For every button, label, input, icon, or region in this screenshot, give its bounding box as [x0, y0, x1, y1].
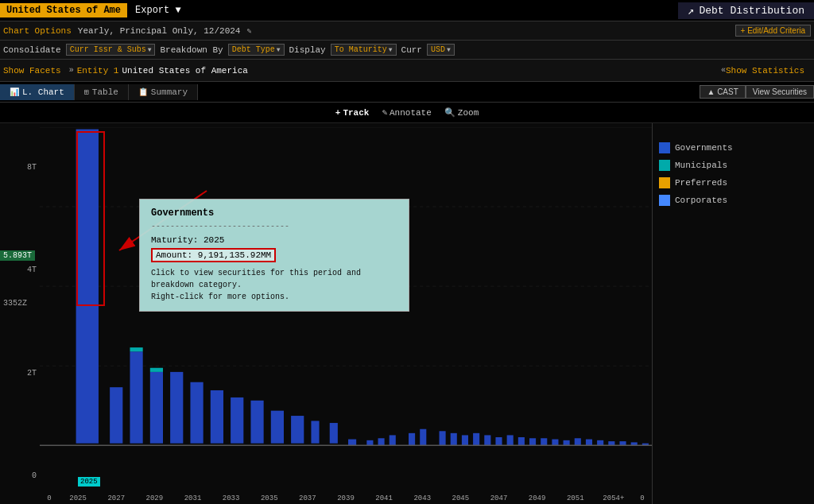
svg-rect-42 — [130, 347, 142, 351]
x-label-2033: 2033 — [212, 494, 250, 502]
edit-icon[interactable]: ✎ — [246, 26, 251, 36]
tooltip-maturity: Maturity: 2025 — [151, 235, 397, 245]
svg-rect-9 — [190, 382, 203, 444]
svg-rect-16 — [330, 423, 338, 444]
legend-item: Governments — [659, 142, 808, 153]
bar-year-label: 2025 — [78, 477, 100, 487]
edit-add-criteria-button[interactable]: + Edit/Add Criteria — [735, 25, 811, 37]
y-label-8t: 8T — [0, 163, 40, 172]
tooltip-dashes: ----------------------------- — [151, 222, 397, 231]
svg-rect-33 — [552, 440, 558, 446]
summary-tab-icon: 📋 — [138, 87, 148, 97]
x-label-end: 0 — [633, 494, 652, 502]
chart-container: 5.893T 3352Z 8T 4T 2T 0 — [0, 123, 814, 504]
country-title[interactable]: United States of Ame — [0, 3, 127, 17]
legend-color-swatch — [659, 177, 670, 188]
annotate-button[interactable]: ✎ Annotate — [382, 107, 431, 118]
svg-rect-30 — [518, 437, 525, 445]
svg-rect-26 — [473, 433, 479, 445]
y-label-0: 0 — [0, 471, 40, 480]
legend-color-swatch — [659, 195, 670, 206]
svg-rect-12 — [250, 401, 263, 444]
svg-rect-19 — [378, 438, 385, 445]
svg-rect-35 — [575, 438, 581, 445]
legend-color-swatch — [659, 142, 670, 153]
svg-rect-20 — [390, 435, 396, 445]
legend-container: GovernmentsMunicipalsPreferredsCorporate… — [659, 142, 808, 206]
to-maturity-dropdown[interactable]: To Maturity ▼ — [331, 44, 397, 56]
tab-table[interactable]: ⊞ Table — [75, 84, 129, 100]
display-label: Display — [289, 45, 326, 55]
debt-distribution-title: ↗ Debt Distribution — [678, 2, 814, 19]
y-label-4t: 4T — [0, 266, 40, 274]
svg-rect-28 — [495, 437, 502, 445]
bar-2025-govt — [76, 130, 99, 444]
x-label-2027: 2027 — [97, 494, 135, 502]
svg-rect-7 — [150, 372, 163, 444]
tooltip-click-text: Click to view securities for this period… — [151, 267, 397, 303]
second-bar: Chart Options Yearly, Principal Only, 12… — [0, 21, 814, 41]
svg-rect-25 — [462, 435, 468, 445]
tooltip-title: Governments — [151, 207, 397, 219]
svg-rect-10 — [211, 390, 223, 444]
zoom-button[interactable]: 🔍 Zoom — [444, 107, 479, 118]
svg-rect-8 — [170, 372, 183, 444]
debt-type-dropdown[interactable]: Debt Type ▼ — [228, 44, 285, 56]
breakdown-by-label: Breakdown By — [160, 45, 223, 55]
svg-rect-32 — [541, 438, 547, 445]
svg-rect-14 — [291, 416, 304, 444]
curr-issr-dropdown[interactable]: Curr Issr & Subs ▼ — [66, 44, 156, 56]
x-label-2035: 2035 — [250, 494, 289, 502]
track-button[interactable]: + Track — [335, 108, 370, 118]
x-label-2043: 2043 — [403, 494, 441, 502]
export-button[interactable]: Export ▼ — [127, 3, 189, 17]
external-link-icon: ↗ — [688, 4, 694, 17]
svg-rect-15 — [311, 421, 319, 443]
svg-rect-37 — [597, 440, 603, 445]
legend-item: Preferreds — [659, 177, 808, 188]
svg-rect-43 — [150, 368, 163, 372]
tabs-bar: 📊 L. Chart ⊞ Table 📋 Summary ▲ CAST View… — [0, 82, 814, 103]
tab-summary[interactable]: 📋 Summary — [129, 84, 198, 100]
tooltip-box: Governments ----------------------------… — [139, 199, 409, 312]
entity-name: United States of America — [122, 66, 247, 76]
third-bar: Consolidate Curr Issr & Subs ▼ Breakdown… — [0, 41, 814, 60]
svg-rect-6 — [130, 351, 142, 443]
consolidate-label: Consolidate — [3, 45, 61, 55]
svg-rect-39 — [619, 441, 626, 445]
x-label-2025: 2025 — [59, 494, 97, 502]
x-label-2029: 2029 — [135, 494, 173, 502]
table-tab-label: Table — [92, 87, 118, 97]
cast-button[interactable]: ▲ CAST — [700, 85, 745, 99]
show-statistics-button[interactable]: Show Statistics — [726, 66, 811, 76]
svg-rect-31 — [529, 438, 536, 445]
svg-rect-36 — [586, 440, 592, 446]
tab-chart[interactable]: 📊 L. Chart — [0, 84, 75, 100]
svg-rect-27 — [484, 435, 490, 445]
chart-options-label[interactable]: Chart Options — [3, 26, 72, 36]
x-label-2054: 2054+ — [595, 494, 633, 502]
y-axis: 8T 4T 2T 0 — [0, 123, 40, 504]
legend-item: Corporates — [659, 195, 808, 206]
facets-chevron-icon: » — [66, 66, 77, 75]
svg-rect-11 — [231, 397, 243, 444]
x-label-2041: 2041 — [365, 494, 403, 502]
svg-rect-23 — [440, 431, 446, 445]
usd-dropdown[interactable]: USD ▼ — [427, 44, 455, 56]
chart-area[interactable]: 5.893T 3352Z 8T 4T 2T 0 — [0, 123, 652, 504]
chart-toolbar: + Track ✎ Annotate 🔍 Zoom — [0, 103, 814, 123]
svg-rect-21 — [409, 433, 415, 445]
x-label-2045: 2045 — [441, 494, 479, 502]
svg-rect-5 — [110, 387, 122, 444]
x-label-2051: 2051 — [556, 494, 595, 502]
view-securities-button[interactable]: View Securities — [746, 85, 814, 99]
track-plus-icon: + — [335, 108, 341, 118]
legend-label: Municipals — [675, 161, 727, 170]
svg-rect-17 — [348, 440, 356, 446]
annotate-icon: ✎ — [382, 107, 387, 118]
table-tab-icon: ⊞ — [84, 87, 89, 97]
legend-label: Governments — [675, 143, 733, 153]
x-label-2031: 2031 — [173, 494, 211, 502]
show-facets-button[interactable]: Show Facets — [3, 66, 66, 76]
x-label-2047: 2047 — [479, 494, 517, 502]
